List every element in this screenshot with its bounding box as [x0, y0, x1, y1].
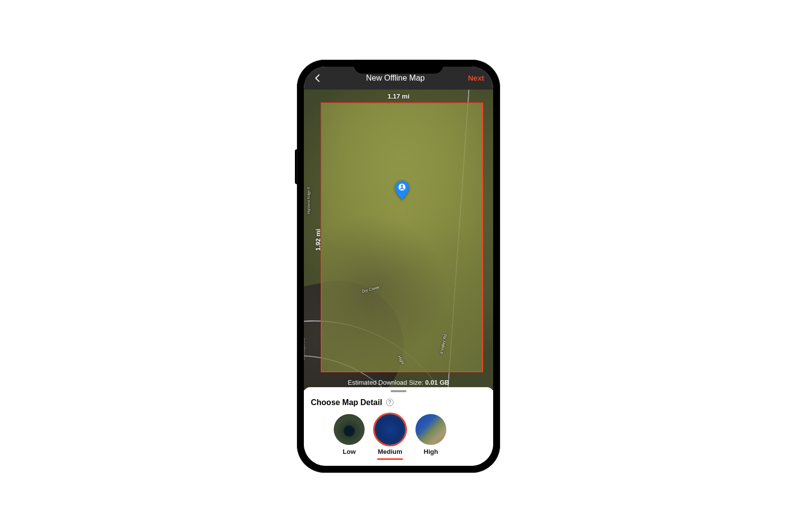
map-marker[interactable] [395, 181, 409, 200]
thumbnail-high [415, 414, 446, 445]
thumbnail-medium [375, 414, 405, 445]
detail-sheet: Choose Map Detail ? Low Medium High [304, 387, 493, 466]
thumbnail-low [334, 414, 365, 445]
detail-options: Low Medium High [311, 414, 486, 460]
sheet-drag-handle[interactable] [391, 390, 406, 392]
arrow-left-icon [313, 73, 323, 83]
selection-height-label: 1.92 mi [314, 228, 322, 250]
option-underline [377, 458, 403, 460]
download-size-value: 0.01 GB [425, 379, 449, 386]
map-label-ridge: Highland Ridge R [307, 187, 310, 214]
help-icon[interactable]: ? [386, 399, 394, 406]
detail-option-label: Medium [378, 448, 402, 455]
selection-terrain [322, 104, 482, 371]
detail-option-label: High [424, 448, 438, 455]
sheet-title-row: Choose Map Detail ? [311, 398, 486, 407]
selection-width-label: 1.17 mi [388, 93, 409, 100]
phone-notch [354, 60, 443, 74]
next-button[interactable]: Next [468, 74, 484, 82]
download-size-row: Estimated Download Size: 0.01 GB [304, 379, 493, 386]
app-screen: New Offline Map Next [304, 67, 493, 466]
download-size-label: Estimated Download Size: [348, 379, 423, 386]
phone-frame: New Offline Map Next [297, 60, 500, 473]
map-attribution: © mapbox [304, 337, 306, 360]
selection-rectangle[interactable]: Dry Creek Highl d Valley Rd [321, 103, 483, 372]
back-button[interactable] [313, 73, 323, 83]
detail-option-label: Low [343, 448, 356, 455]
option-underline [336, 458, 362, 460]
svg-point-1 [401, 185, 403, 187]
detail-option-high[interactable]: High [415, 414, 446, 460]
page-title: New Offline Map [366, 74, 425, 83]
sheet-title: Choose Map Detail [311, 398, 382, 407]
detail-option-medium[interactable]: Medium [375, 414, 405, 460]
option-underline [418, 458, 444, 460]
detail-option-low[interactable]: Low [334, 414, 365, 460]
map-area[interactable]: Dry Creek Highl d Valley Rd Highland Rid… [304, 90, 493, 390]
location-pin-icon [395, 181, 409, 200]
